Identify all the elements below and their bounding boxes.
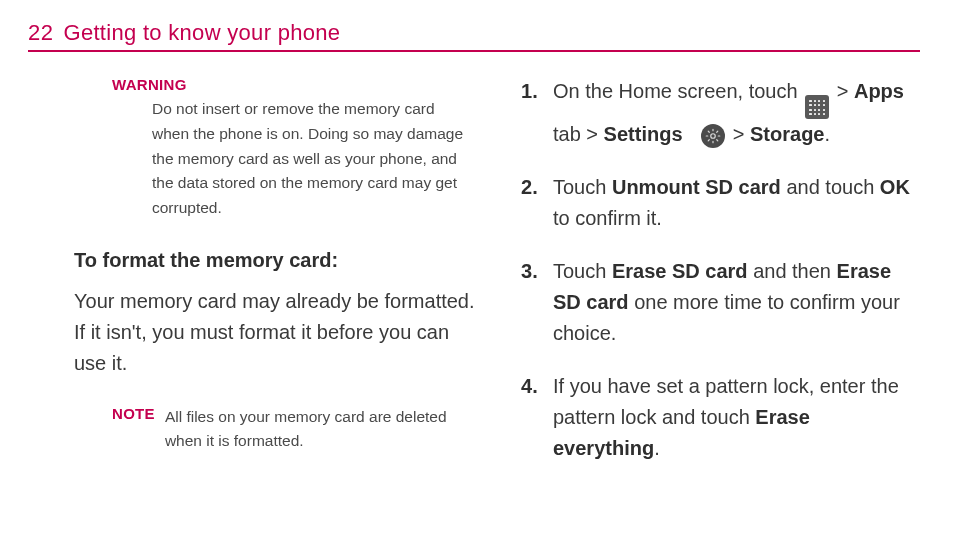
step-text: and touch <box>786 176 879 198</box>
step-text: . <box>654 437 660 459</box>
svg-point-0 <box>711 134 716 139</box>
step-text: and then <box>753 260 836 282</box>
emphasis-apps: Apps <box>854 80 904 102</box>
warning-label: WARNING <box>112 76 477 93</box>
section-intro: Your memory card may already be formatte… <box>74 286 477 379</box>
step-text: On the Home screen, touch <box>553 80 803 102</box>
step-1: On the Home screen, touch > Apps tab > S… <box>517 76 920 150</box>
emphasis-settings: Settings <box>604 123 683 145</box>
step-text: Touch <box>553 260 612 282</box>
manual-page: 22 Getting to know your phone WARNING Do… <box>0 0 954 546</box>
left-column: WARNING Do not insert or remove the memo… <box>74 76 477 486</box>
step-text: Touch <box>553 176 612 198</box>
warning-block: WARNING Do not insert or remove the memo… <box>74 76 477 221</box>
page-number: 22 <box>28 20 53 46</box>
step-text: If you have set a pattern lock, enter th… <box>553 375 899 428</box>
step-2: Touch Unmount SD card and touch OK to co… <box>517 172 920 234</box>
emphasis-erase-1: Erase SD card <box>612 260 748 282</box>
note-body: All files on your memory card are delete… <box>165 405 475 453</box>
step-text: to confirm it. <box>553 207 662 229</box>
right-column: On the Home screen, touch > Apps tab > S… <box>517 76 920 486</box>
steps-list: On the Home screen, touch > Apps tab > S… <box>517 76 920 464</box>
step-text: > <box>733 123 750 145</box>
warning-body: Do not insert or remove the memory card … <box>152 97 472 221</box>
emphasis-ok: OK <box>880 176 910 198</box>
chapter-title: Getting to know your phone <box>63 20 340 46</box>
note-block: NOTE All files on your memory card are d… <box>112 405 477 453</box>
step-text: . <box>824 123 830 145</box>
note-label: NOTE <box>112 405 155 422</box>
section-subheading: To format the memory card: <box>74 249 477 272</box>
settings-gear-icon <box>701 124 725 148</box>
step-3: Touch Erase SD card and then Erase SD ca… <box>517 256 920 349</box>
emphasis-unmount: Unmount SD card <box>612 176 781 198</box>
page-header: 22 Getting to know your phone <box>28 20 920 52</box>
step-4: If you have set a pattern lock, enter th… <box>517 371 920 464</box>
step-text: > <box>837 80 854 102</box>
step-text: tab > <box>553 123 604 145</box>
emphasis-storage: Storage <box>750 123 824 145</box>
apps-grid-icon <box>805 95 829 119</box>
content-columns: WARNING Do not insert or remove the memo… <box>28 76 920 486</box>
